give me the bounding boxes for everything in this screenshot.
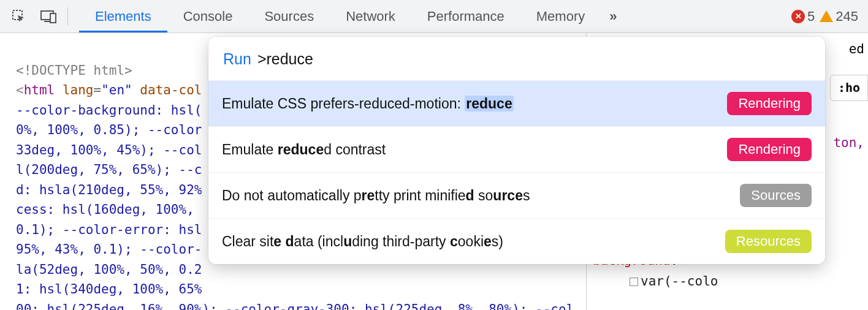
dom-tag-html: html [24, 83, 55, 97]
warning-count-badge[interactable]: 245 [820, 9, 858, 25]
command-menu-item-label: Emulate CSS prefers-reduced-motion: redu… [222, 96, 514, 112]
command-menu-list: Emulate CSS prefers-reduced-motion: redu… [208, 80, 825, 264]
dom-css-line-6: cess: hsl(160deg, 100%, [16, 202, 202, 217]
command-menu-item-badge: Resources [725, 230, 812, 253]
error-count-badge[interactable]: ✕ 5 [791, 9, 815, 25]
dom-css-line-5: d: hsla(210deg, 55%, 92% [16, 183, 202, 197]
dom-css-line-9: la(52deg, 100%, 50%, 0.2 [16, 262, 202, 277]
command-menu-header: Run >reduce [208, 37, 825, 80]
warning-icon [820, 10, 833, 22]
tab-network[interactable]: Network [330, 0, 411, 32]
svg-rect-3 [50, 13, 56, 23]
tab-console[interactable]: Console [167, 0, 249, 32]
more-tabs-button[interactable]: » [601, 0, 625, 32]
dom-css-line-8: 95%, 43%, 0.1); --color- [16, 242, 202, 257]
tab-sources[interactable]: Sources [248, 0, 330, 32]
tab-performance[interactable]: Performance [411, 0, 520, 32]
command-menu-item-label: Emulate reduced contrast [222, 142, 386, 158]
toolbar-divider [67, 7, 68, 26]
dom-css-line-11: 00: hsl(225deg, 16%, 90%); --color-gray-… [16, 302, 574, 311]
command-menu-item-badge: Sources [740, 184, 812, 207]
devtools-toolbar: Elements Console Sources Network Perform… [0, 0, 868, 33]
command-menu-item-label: Clear site data (including third-party c… [222, 233, 503, 250]
dom-css-line-4: l(200deg, 75%, 65%); --c [16, 162, 202, 177]
command-menu: Run >reduce Emulate CSS prefers-reduced-… [208, 37, 825, 264]
error-count: 5 [807, 9, 815, 25]
tab-elements[interactable]: Elements [79, 0, 167, 32]
dom-css-line-2: 0%, 100%, 0.85); --color [16, 123, 202, 137]
styles-truncated-1: ed [849, 42, 864, 56]
dom-attr-lang: lang [63, 83, 94, 97]
dom-css-line-7: 0.1); --color-error: hsl [16, 222, 202, 237]
toolbar-status: ✕ 5 245 [791, 9, 859, 25]
color-swatch-icon[interactable] [630, 278, 638, 286]
command-menu-query[interactable]: >reduce [257, 50, 313, 68]
command-menu-run-label: Run [223, 50, 251, 68]
tab-memory[interactable]: Memory [520, 0, 601, 32]
dom-css-line-10: 1: hsl(340deg, 100%, 65% [16, 282, 202, 297]
styles-selector-1: ton, [833, 135, 864, 150]
dom-attr-data-col: data-col [140, 83, 202, 97]
dom-css-line-3: 33deg, 100%, 45%); --col [16, 143, 202, 157]
command-menu-item[interactable]: Do not automatically pretty print minifi… [208, 173, 825, 219]
error-icon: ✕ [791, 10, 805, 23]
panel-tabs: Elements Console Sources Network Perform… [79, 0, 626, 32]
command-menu-item-label: Do not automatically pretty print minifi… [222, 187, 530, 204]
inspect-element-icon[interactable] [9, 6, 29, 27]
warning-count: 245 [836, 9, 858, 25]
command-menu-item-badge: Rendering [727, 92, 812, 115]
command-menu-item[interactable]: Clear site data (including third-party c… [208, 219, 825, 264]
styles-val-background: var(--colo [641, 274, 718, 289]
command-menu-item-badge: Rendering [727, 138, 812, 161]
hover-state-toggle[interactable]: :ho [830, 75, 868, 101]
command-menu-item[interactable]: Emulate CSS prefers-reduced-motion: redu… [208, 81, 825, 127]
device-toolbar-icon[interactable] [38, 6, 59, 27]
dom-doctype: <!DOCTYPE html> [16, 63, 132, 78]
command-menu-item[interactable]: Emulate reduced contrastRendering [208, 127, 825, 173]
dom-css-line-1: --color-background: hsl( [16, 103, 202, 118]
dom-attr-lang-val: "en" [101, 83, 132, 97]
